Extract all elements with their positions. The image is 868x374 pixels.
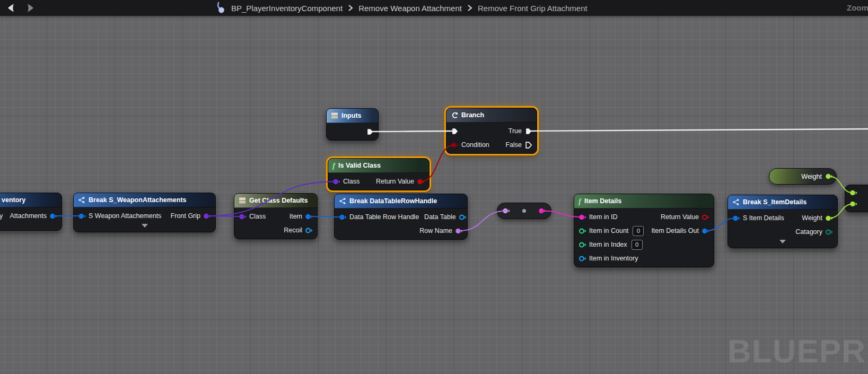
breadcrumb-item[interactable]: BP_PlayerInventoryComponent (231, 4, 343, 13)
node-title: ventory (2, 196, 25, 204)
pin-label: True (508, 127, 522, 135)
pin-label: Data Table Row Handle (349, 213, 419, 221)
function-icon: f (332, 162, 335, 170)
forward-button[interactable] (23, 2, 36, 14)
pin-return[interactable] (417, 178, 425, 186)
pin-label: Item Details Out (651, 227, 699, 234)
node-itemdetails[interactable]: fItem DetailsItem in IDReturn ValueItem … (574, 194, 714, 267)
pin-return[interactable] (702, 213, 709, 221)
node-breakdatatable[interactable]: Break DataTableRowHandleData Table Row H… (334, 194, 468, 240)
pin-exec-in[interactable] (451, 127, 459, 135)
node-weightget[interactable]: Weight (769, 168, 837, 185)
pin-label: Class (249, 213, 266, 220)
pin-recoil[interactable] (305, 227, 313, 234)
pin-in2[interactable] (849, 200, 857, 208)
pin-sitemdetails[interactable] (732, 214, 740, 222)
wire (529, 129, 868, 131)
pin-class[interactable] (332, 178, 340, 186)
pin-exec-out[interactable] (366, 128, 374, 136)
pin-out[interactable] (538, 207, 546, 215)
pin-itemcount[interactable] (578, 227, 586, 235)
output-pin-group: Catagory (795, 228, 833, 236)
pin-label: Attachments (10, 212, 47, 220)
pin-datatable[interactable] (459, 213, 467, 221)
breadcrumb-item[interactable]: Remove Front Grip Attachment (478, 4, 588, 13)
output-pin-group: Item Details Out (651, 227, 709, 235)
pin-in1[interactable] (849, 189, 857, 197)
node-reroute[interactable] (497, 203, 551, 219)
node-inventory[interactable]: ventoryyAttachments (0, 193, 62, 231)
node-breakweapon[interactable]: Break S_WeaponAttachementsS Weapon Attac… (73, 193, 216, 232)
input-pin-group (451, 127, 459, 135)
input-pin-group: Item in ID (578, 213, 618, 221)
node-title: Get Class Defaults (249, 197, 308, 204)
pin-true[interactable] (524, 127, 532, 135)
output-pin-group: Return Value (376, 178, 425, 186)
pin-weight[interactable] (825, 214, 833, 222)
box-icon (239, 197, 246, 204)
pin-condition[interactable] (451, 141, 459, 149)
pin-label: Class (343, 178, 360, 185)
input-pin-group: Item in Count0 (578, 226, 644, 236)
node-getclassdefaults[interactable]: Get Class DefaultsClassItemRecoil (234, 193, 318, 239)
pin-in[interactable] (502, 207, 510, 215)
pin-label: Item in ID (589, 213, 618, 221)
pin-attachments[interactable] (49, 212, 57, 220)
node-title: Break S_WeaponAttachements (89, 196, 187, 204)
node-title: Item Details (584, 197, 621, 205)
blueprint-editor: BLUEPRINT InputsBranchTrueConditionFalse… (0, 0, 868, 374)
pin-detailsout[interactable] (702, 227, 709, 235)
node-branch[interactable]: BranchTrueConditionFalse (446, 108, 537, 154)
node-isvalidclass[interactable]: fIs Valid ClassClassReturn Value (328, 158, 429, 190)
node-header: Break S_WeaponAttachements (74, 193, 215, 207)
pin-label: Return Value (661, 213, 699, 221)
wires-layer (0, 0, 868, 374)
pin-label: Row Name (419, 227, 452, 234)
pin-out[interactable] (825, 172, 833, 180)
chevron-right-icon (348, 5, 353, 11)
pin-sweapon[interactable] (78, 212, 86, 220)
pin-class[interactable] (239, 213, 247, 221)
node-title: Is Valid Class (338, 162, 381, 169)
node-header: fItem Details (574, 194, 714, 208)
pin-label: Data Table (424, 213, 456, 221)
output-pin-group: Attachments (10, 212, 57, 220)
pin-default-value[interactable]: 0 (633, 226, 644, 236)
expand-arrow-icon[interactable] (728, 239, 837, 246)
expand-arrow-icon[interactable] (74, 223, 215, 230)
zoom-indicator: Zoom (847, 3, 868, 12)
node-header: Break S_ItemDetails (728, 195, 837, 210)
pin-label: False (505, 141, 522, 149)
branch-icon (451, 111, 458, 119)
output-pin-group: False (505, 141, 532, 149)
input-pin-group: Data Table Row Handle (339, 213, 419, 221)
pin-label: Item in Index (589, 241, 627, 248)
node-stub[interactable] (845, 185, 868, 212)
breadcrumb-item[interactable]: Remove Weapon Attachment (358, 4, 462, 13)
output-pin-group: Recoil (284, 227, 313, 234)
pin-label: Weight (802, 214, 822, 222)
pin-iteminventory[interactable] (578, 255, 586, 263)
pin-label: Return Value (376, 178, 414, 185)
node-inputs[interactable]: Inputs (326, 108, 379, 141)
forward-arrow-icon (25, 3, 34, 13)
node-title: Inputs (341, 112, 362, 119)
pin-label: S Item Details (743, 214, 784, 222)
node-breakitemdetails[interactable]: Break S_ItemDetailsS Item DetailsWeightC… (727, 195, 838, 248)
pin-frontgrip[interactable] (203, 212, 211, 220)
node-title: Break DataTableRowHandle (349, 197, 437, 205)
pin-default-value[interactable]: 0 (632, 240, 643, 250)
pin-handle[interactable] (339, 213, 347, 221)
back-button[interactable] (5, 2, 18, 14)
pin-item[interactable] (305, 213, 313, 221)
pin-itemid[interactable] (578, 213, 586, 221)
breadcrumb: BP_PlayerInventoryComponent Remove Weapo… (213, 0, 588, 16)
node-header: Break DataTableRowHandle (335, 194, 467, 208)
pin-catagory[interactable] (825, 228, 833, 236)
graph-canvas[interactable]: BLUEPRINT InputsBranchTrueConditionFalse… (0, 0, 868, 374)
input-pin-group: Class (332, 178, 360, 186)
watermark: BLUEPRINT (727, 332, 868, 370)
pin-itemindex[interactable] (578, 241, 586, 249)
pin-rowname[interactable] (455, 227, 463, 235)
pin-false[interactable] (524, 141, 532, 149)
